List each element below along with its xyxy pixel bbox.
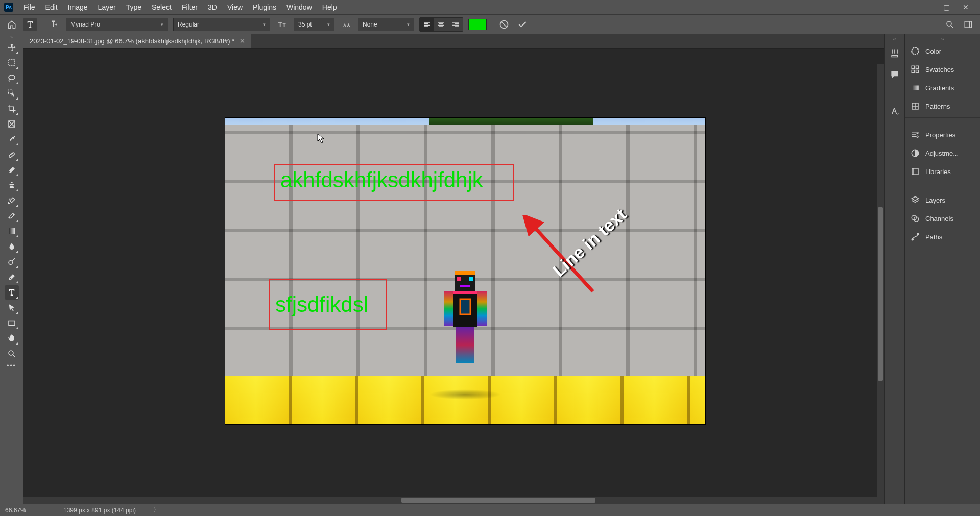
panel-properties[interactable]: Properties [905, 126, 980, 144]
close-icon[interactable]: ✕ [960, 3, 972, 12]
zoom-tool[interactable] [5, 347, 19, 361]
gradients-icon [910, 83, 920, 93]
type-tool[interactable] [5, 285, 19, 300]
panel-gradients[interactable]: Gradients [905, 79, 980, 97]
quick-select-tool[interactable] [5, 86, 19, 101]
panel-libraries[interactable]: Libraries [905, 162, 980, 181]
menu-select[interactable]: Select [147, 1, 177, 13]
edit-toolbar-icon[interactable]: ••• [5, 362, 19, 370]
menu-layer[interactable]: Layer [93, 1, 121, 13]
menu-filter[interactable]: Filter [177, 1, 203, 13]
text-color-swatch[interactable] [468, 19, 487, 30]
text-layer-2[interactable]: sfjsdfikdsl [269, 279, 387, 330]
status-arrow-icon[interactable]: 〉 [153, 506, 159, 514]
eraser-tool[interactable] [5, 209, 19, 223]
minecraft-character [435, 271, 496, 404]
canvas-viewport[interactable]: akhfdskhfjksdkhjfdhjk sfjsdfikdsl Line i… [23, 49, 884, 504]
menu-file[interactable]: File [18, 1, 40, 13]
menu-edit[interactable]: Edit [40, 1, 63, 13]
zoom-level[interactable]: 66.67% [5, 507, 46, 514]
align-right-button[interactable] [448, 18, 463, 31]
document-tab-title: 2023-01-02_19-08-31.jpg @ 66.7% (akhfdsk… [30, 37, 234, 45]
text-orientation-icon[interactable] [47, 18, 61, 31]
panel-channels[interactable]: Channels [905, 209, 980, 228]
panel-patterns[interactable]: Patterns [905, 97, 980, 115]
search-icon[interactable] [943, 18, 957, 31]
collapse-strip-icon[interactable]: « [885, 36, 904, 41]
blur-tool[interactable] [5, 239, 19, 254]
svg-point-11 [9, 351, 13, 355]
toolbar-expand-icon[interactable]: » [0, 35, 23, 40]
menu-3d[interactable]: 3D [203, 1, 222, 13]
libraries-icon [910, 166, 920, 177]
maximize-icon[interactable]: ▢ [940, 3, 952, 12]
panel-swatches[interactable]: Swatches [905, 60, 980, 79]
panel-color[interactable]: Color [905, 42, 980, 60]
menu-image[interactable]: Image [63, 1, 93, 13]
svg-point-4 [9, 75, 15, 80]
color-wheel-icon [910, 46, 920, 56]
frame-tool[interactable] [5, 117, 19, 131]
cancel-edits-icon[interactable] [497, 18, 511, 31]
marquee-tool[interactable] [5, 56, 19, 70]
history-brush-tool[interactable] [5, 193, 19, 208]
svg-rect-8 [9, 228, 15, 234]
path-selection-tool[interactable] [5, 301, 19, 315]
svg-rect-30 [916, 66, 919, 68]
menu-view[interactable]: View [222, 1, 248, 13]
lasso-tool[interactable] [5, 71, 19, 85]
gradient-tool[interactable] [5, 224, 19, 238]
scrollbar-thumb[interactable] [401, 498, 595, 503]
align-center-button[interactable] [434, 18, 448, 31]
vertical-scrollbar[interactable] [877, 64, 884, 504]
rectangle-tool[interactable] [5, 316, 19, 330]
panel-layers[interactable]: Layers [905, 191, 980, 209]
svg-rect-19 [460, 299, 470, 314]
text-layer-1[interactable]: akhfdskhfjksdkhjfdhjk [274, 164, 514, 201]
brushes-panel-icon[interactable] [887, 44, 902, 62]
brush-tool[interactable] [5, 163, 19, 177]
menu-type[interactable]: Type [121, 1, 147, 13]
hand-tool[interactable] [5, 331, 19, 346]
menu-help[interactable]: Help [317, 1, 342, 13]
panel-adjustments[interactable]: Adjustme... [905, 144, 980, 162]
crop-tool[interactable] [5, 102, 19, 116]
close-tab-icon[interactable]: ✕ [240, 37, 245, 45]
comments-panel-icon[interactable] [887, 65, 902, 84]
move-tool[interactable] [5, 40, 19, 55]
font-weight-dropdown[interactable]: Regular▾ [173, 18, 270, 31]
properties-icon [910, 130, 920, 140]
svg-point-35 [917, 132, 918, 134]
pen-tool[interactable] [5, 270, 19, 284]
document-info[interactable]: 1399 px x 891 px (144 ppi) [56, 507, 143, 514]
patterns-icon [910, 101, 920, 111]
svg-rect-33 [912, 86, 919, 90]
menu-plugins[interactable]: Plugins [248, 1, 281, 13]
horizontal-scrollbar[interactable] [23, 497, 877, 504]
panel-paths[interactable]: Paths [905, 228, 980, 246]
svg-rect-31 [912, 70, 914, 73]
home-button[interactable] [5, 18, 18, 31]
options-bar: Myriad Pro▾ Regular▾ 35 pt▾ None▾ [0, 14, 980, 34]
healing-brush-tool[interactable] [5, 148, 19, 162]
menu-window[interactable]: Window [281, 1, 317, 13]
minimize-icon[interactable]: — [921, 3, 933, 12]
anti-alias-dropdown[interactable]: None▾ [358, 18, 414, 31]
svg-point-41 [912, 239, 913, 240]
canvas[interactable]: akhfdskhfjksdkhjfdhjk sfjsdfikdsl Line i… [225, 118, 705, 424]
svg-rect-27 [456, 327, 474, 363]
clone-stamp-tool[interactable] [5, 178, 19, 192]
collapse-panels-icon[interactable]: » [905, 36, 980, 42]
align-left-button[interactable] [420, 18, 434, 31]
workspace-icon[interactable] [962, 18, 975, 31]
document-tab[interactable]: 2023-01-02_19-08-31.jpg @ 66.7% (akhfdsk… [23, 34, 251, 48]
font-family-dropdown[interactable]: Myriad Pro▾ [66, 18, 168, 31]
font-size-icon [275, 18, 289, 31]
dodge-tool[interactable] [5, 255, 19, 269]
scrollbar-thumb[interactable] [878, 207, 883, 381]
character-panel-icon[interactable] [887, 102, 902, 120]
eyedropper-tool[interactable] [5, 132, 19, 146]
commit-edits-icon[interactable] [516, 18, 529, 31]
tool-preset-type-icon[interactable] [23, 18, 37, 31]
font-size-dropdown[interactable]: 35 pt▾ [294, 18, 334, 31]
